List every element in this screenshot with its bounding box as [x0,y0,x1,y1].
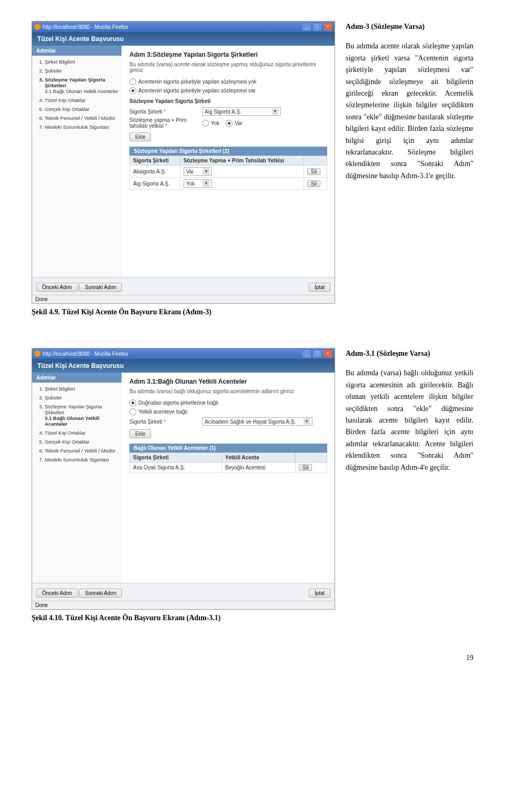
firefox-icon [34,24,41,30]
th-agent: Yetkili Acente [222,453,296,462]
step-1[interactable]: Şirket Bilgileri [45,386,119,392]
browser-titlebar: http://localhost:8080 - Mozilla Firefox … [32,22,335,32]
radio-icon [129,87,136,94]
th-company: Sigorta Şirketi [130,453,222,462]
th-company: Sigorta Şirketi [130,156,180,166]
content-desc: Bu adımda (varsa) acente olarak sözleşme… [129,61,327,73]
sil-button[interactable]: Sil [299,464,312,471]
company-select[interactable]: Acıbadem Sağlık ve Hayat Sigorta A.Ş. ▾ [202,417,312,426]
step-4[interactable]: Tüzel Kişi Ortaklar [45,97,119,103]
figure-caption: Şekil 4.9. Tüzel Kişi Acente Ön Başvuru … [32,308,335,316]
step-5[interactable]: Gerçek Kişi Ortaklar [45,106,119,112]
sidebar-head: Adımlar [32,373,122,383]
steps-sidebar: Adımlar Şirket Bilgileri Şubeler Sözleşm… [32,46,122,277]
content-heading: Adım 3.1:Bağlı Olunan Yetkili Acenteler [129,378,327,385]
step-3-1[interactable]: 3.1 Bağlı Olunan Yetkili Acenteler [45,88,119,94]
step-6[interactable]: Teknik Personel / Yetkili / Müdür [45,115,119,121]
page-number: 19 [32,654,473,662]
step-6[interactable]: Teknik Personel / Yetkili / Müdür [45,448,119,454]
minimize-button[interactable]: _ [302,23,311,31]
chevron-down-icon: ▾ [304,418,310,425]
step-1[interactable]: Şirket Bilgileri [45,59,119,65]
table-row: Aksigorta A.Ş. Var▾ Sil [130,166,327,178]
label-company: Sigorta Şirketi * [129,419,198,425]
sidebar-head: Adımlar [32,46,122,56]
radio-icon [129,408,136,415]
step-3[interactable]: Sözleşme Yapılan Şigorta Şirketleri 3.1 … [45,77,119,94]
table-head: Bağlı Olunan Yetkili Acenteler (1) [129,444,327,453]
radio-icon [226,120,233,127]
next-button[interactable]: Sonraki Adım [79,589,122,598]
chevron-down-icon: ▾ [203,168,209,174]
agents-table: Sigorta Şirketi Yetkili Acente Axa Oyak … [129,453,327,473]
firefox-icon [34,351,41,357]
section-heading: Adım-3.1 (Sözleşme Varsa) [346,348,473,359]
subheading: Sözleşme Yapılan Sigorta Şirketi [129,98,327,104]
next-button[interactable]: Sonraki Adım [79,283,122,292]
companies-table: Sigorta Şirketi Sözleşme Yapma + Prim Ta… [129,156,327,190]
yetki-select[interactable]: Yok▾ [184,179,212,188]
steps-sidebar: Adımlar Şirket Bilgileri Şubeler Sözleşm… [32,373,122,583]
radio-yok[interactable]: Yok [202,120,219,127]
step-3-1[interactable]: 3.1 Bağlı Olunan Yetkili Acenteler [45,415,119,427]
label-yetki: Sözleşme yapma + Prim tahsilatı yetkisi … [129,117,198,129]
prev-button[interactable]: Önceki Adım [36,283,78,292]
sil-button[interactable]: Sil [307,180,320,187]
status-bar: Done [32,601,335,609]
browser-titlebar: http://localhost:8080 - Mozilla Firefox … [32,348,335,359]
step-5[interactable]: Gerçek Kişi Ortaklar [45,439,119,445]
label-company: Sigorta Şirketi * [129,109,198,115]
section-paragraph: Bu adımda acente olarak sözleşme yapılan… [346,40,473,182]
ekle-button[interactable]: Ekle [129,132,151,141]
table-head: Sözleşme Yapılan Sigorta Şirketleri (2) [129,147,327,156]
close-button[interactable]: × [323,23,332,31]
browser-title: http://localhost:8080 - Mozilla Firefox [43,351,128,357]
step-7[interactable]: Mesleki Sorumluluk Sigortası [45,457,119,462]
step-7[interactable]: Mesleki Sorumluluk Sigortası [45,124,119,130]
screenshot-adim3: http://localhost:8080 - Mozilla Firefox … [32,21,335,304]
step-4[interactable]: Tüzel Kişi Ortaklar [45,430,119,436]
cancel-button[interactable]: İptal [309,283,330,292]
step-3[interactable]: Sözleşme Yapılan Şigorta Şirketleri 3.1 … [45,404,119,427]
page-title: Tüzel Kişi Acente Başvurusu [32,32,335,46]
minimize-button[interactable]: _ [302,350,311,358]
content-heading: Adım 3:Sözleşme Yapılan Sigorta Şirketle… [129,51,327,58]
table-row: Aig Sigorta A.Ş. Yok▾ Sil [130,178,327,190]
prev-button[interactable]: Önceki Adım [36,589,78,598]
section-heading: Adım-3 (Sözleşme Varsa) [346,21,473,33]
radio-has-contract[interactable]: Acentenin sigorta şirketiyle yapılan söz… [129,87,327,94]
radio-direct[interactable]: Doğrudan sigorta şirketlerine bağlı [129,399,327,406]
figure-caption: Şekil 4.10. Tüzel Kişi Acente Ön Başvuru… [32,614,335,622]
company-select[interactable]: Aig Sigorta A.Ş. ▾ [202,107,281,116]
screenshot-adim3-1: http://localhost:8080 - Mozilla Firefox … [32,348,335,610]
radio-icon [129,78,136,85]
chevron-down-icon: ▾ [203,180,209,187]
section-paragraph: Bu adımda (varsa) bağlı olduğunuz yetkil… [346,367,473,474]
maximize-button[interactable]: □ [312,23,322,31]
cancel-button[interactable]: İptal [309,589,330,598]
sil-button[interactable]: Sil [307,168,320,175]
th-yetki: Sözleşme Yapma + Prim Tahsilatı Yetkisi [180,156,304,166]
step-2[interactable]: Şubeler [45,68,119,74]
ekle-button[interactable]: Ekle [129,429,151,438]
table-row: Axa Oyak Sigorta A.Ş. Beyoğlu Acentesi S… [130,462,327,473]
status-bar: Done [32,295,335,303]
yetki-select[interactable]: Var▾ [184,167,212,176]
browser-title: http://localhost:8080 - Mozilla Firefox [43,24,128,30]
chevron-down-icon: ▾ [272,108,278,115]
page-title: Tüzel Kişi Acente Başvurusu [32,359,335,373]
maximize-button[interactable]: □ [312,350,322,358]
step-2[interactable]: Şubeler [45,395,119,400]
radio-agent[interactable]: Yetkili acenteye bağlı [129,408,327,415]
radio-icon [202,120,209,127]
radio-var[interactable]: Var [226,120,243,127]
radio-icon [129,399,136,406]
radio-no-contract[interactable]: Acentenin sigorta şirketiyle yapılan söz… [129,78,327,85]
close-button[interactable]: × [323,350,332,358]
content-desc: Bu adımda (varsa) bağlı olduğunuz sigort… [129,388,327,394]
